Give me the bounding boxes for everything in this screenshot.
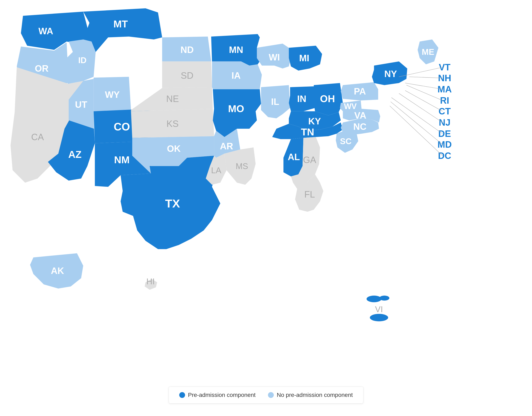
label-vt: VT	[439, 62, 450, 72]
svg-line-4	[405, 91, 443, 111]
legend-label-dark: Pre-admission component	[188, 392, 255, 398]
state-vi-2[interactable]	[379, 295, 389, 301]
state-ny[interactable]	[372, 61, 407, 85]
state-ne[interactable]	[131, 87, 213, 111]
label-ri: RI	[440, 95, 449, 105]
state-il[interactable]	[261, 85, 290, 118]
legend-dot-light	[268, 392, 274, 398]
legend-dot-dark	[179, 392, 185, 398]
state-mn[interactable]	[211, 34, 262, 66]
svg-line-8	[390, 106, 443, 156]
svg-line-3	[406, 85, 443, 101]
state-in[interactable]	[289, 86, 315, 111]
legend-label-light: No pre-admission component	[277, 392, 353, 398]
label-ma: MA	[437, 84, 452, 94]
state-ak[interactable]	[30, 253, 83, 288]
state-sd[interactable]	[162, 61, 212, 88]
svg-line-2	[405, 83, 443, 89]
legend-item-dark: Pre-admission component	[179, 392, 255, 398]
state-ms[interactable]	[224, 147, 256, 185]
svg-line-1	[409, 77, 443, 78]
state-wi[interactable]	[257, 44, 291, 68]
legend: Pre-admission component No pre-admission…	[169, 387, 363, 404]
label-nj: NJ	[439, 117, 450, 128]
svg-line-7	[391, 102, 443, 144]
state-vi-3[interactable]	[370, 314, 388, 321]
state-mi[interactable]	[289, 46, 322, 71]
label-dc: DC	[438, 151, 451, 161]
svg-line-6	[392, 98, 443, 134]
label-ct: CT	[438, 106, 451, 116]
label-vi: VI	[375, 305, 383, 314]
label-de: DE	[438, 129, 451, 139]
state-me[interactable]	[418, 39, 438, 64]
state-hi[interactable]	[145, 279, 157, 290]
state-vi-1[interactable]	[367, 295, 382, 302]
state-wy[interactable]	[94, 77, 131, 111]
state-mt[interactable]	[83, 8, 162, 52]
legend-item-light: No pre-admission component	[268, 392, 353, 398]
state-pa[interactable]	[341, 82, 378, 101]
map-container: WA OR CA NV ID MT WY UT CO AZ NM ND	[0, 0, 532, 416]
state-nc[interactable]	[341, 118, 379, 135]
label-md: MD	[437, 139, 452, 150]
state-oh[interactable]	[314, 83, 343, 115]
state-nd[interactable]	[162, 37, 211, 61]
state-ia[interactable]	[212, 61, 262, 89]
state-ks[interactable]	[131, 109, 214, 138]
state-id[interactable]	[64, 39, 96, 84]
